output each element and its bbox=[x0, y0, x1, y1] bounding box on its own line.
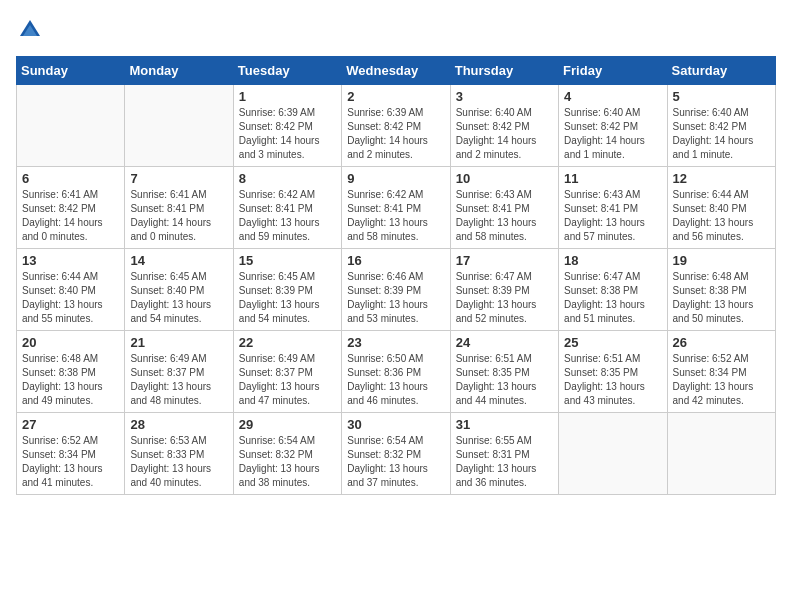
calendar-cell: 4Sunrise: 6:40 AMSunset: 8:42 PMDaylight… bbox=[559, 85, 667, 167]
week-row: 13Sunrise: 6:44 AMSunset: 8:40 PMDayligh… bbox=[17, 249, 776, 331]
calendar-cell: 30Sunrise: 6:54 AMSunset: 8:32 PMDayligh… bbox=[342, 413, 450, 495]
week-row: 6Sunrise: 6:41 AMSunset: 8:42 PMDaylight… bbox=[17, 167, 776, 249]
day-info: Sunrise: 6:44 AMSunset: 8:40 PMDaylight:… bbox=[22, 270, 119, 326]
day-number: 28 bbox=[130, 417, 227, 432]
day-info: Sunrise: 6:42 AMSunset: 8:41 PMDaylight:… bbox=[239, 188, 336, 244]
calendar-cell: 14Sunrise: 6:45 AMSunset: 8:40 PMDayligh… bbox=[125, 249, 233, 331]
day-number: 2 bbox=[347, 89, 444, 104]
day-info: Sunrise: 6:41 AMSunset: 8:41 PMDaylight:… bbox=[130, 188, 227, 244]
calendar-cell bbox=[125, 85, 233, 167]
calendar-cell: 11Sunrise: 6:43 AMSunset: 8:41 PMDayligh… bbox=[559, 167, 667, 249]
day-number: 11 bbox=[564, 171, 661, 186]
calendar-cell: 27Sunrise: 6:52 AMSunset: 8:34 PMDayligh… bbox=[17, 413, 125, 495]
day-number: 4 bbox=[564, 89, 661, 104]
day-of-week-header: Saturday bbox=[667, 57, 775, 85]
day-number: 6 bbox=[22, 171, 119, 186]
day-number: 22 bbox=[239, 335, 336, 350]
day-number: 17 bbox=[456, 253, 553, 268]
calendar-cell bbox=[667, 413, 775, 495]
day-info: Sunrise: 6:54 AMSunset: 8:32 PMDaylight:… bbox=[347, 434, 444, 490]
day-number: 5 bbox=[673, 89, 770, 104]
day-info: Sunrise: 6:55 AMSunset: 8:31 PMDaylight:… bbox=[456, 434, 553, 490]
calendar-cell: 5Sunrise: 6:40 AMSunset: 8:42 PMDaylight… bbox=[667, 85, 775, 167]
day-number: 16 bbox=[347, 253, 444, 268]
day-number: 30 bbox=[347, 417, 444, 432]
day-number: 13 bbox=[22, 253, 119, 268]
week-row: 20Sunrise: 6:48 AMSunset: 8:38 PMDayligh… bbox=[17, 331, 776, 413]
day-number: 8 bbox=[239, 171, 336, 186]
calendar-cell: 22Sunrise: 6:49 AMSunset: 8:37 PMDayligh… bbox=[233, 331, 341, 413]
day-number: 3 bbox=[456, 89, 553, 104]
calendar-cell: 9Sunrise: 6:42 AMSunset: 8:41 PMDaylight… bbox=[342, 167, 450, 249]
calendar-cell: 15Sunrise: 6:45 AMSunset: 8:39 PMDayligh… bbox=[233, 249, 341, 331]
calendar-cell: 29Sunrise: 6:54 AMSunset: 8:32 PMDayligh… bbox=[233, 413, 341, 495]
day-info: Sunrise: 6:49 AMSunset: 8:37 PMDaylight:… bbox=[130, 352, 227, 408]
calendar-cell: 3Sunrise: 6:40 AMSunset: 8:42 PMDaylight… bbox=[450, 85, 558, 167]
calendar-header-row: SundayMondayTuesdayWednesdayThursdayFrid… bbox=[17, 57, 776, 85]
day-number: 25 bbox=[564, 335, 661, 350]
day-info: Sunrise: 6:41 AMSunset: 8:42 PMDaylight:… bbox=[22, 188, 119, 244]
calendar-cell: 12Sunrise: 6:44 AMSunset: 8:40 PMDayligh… bbox=[667, 167, 775, 249]
calendar-cell: 18Sunrise: 6:47 AMSunset: 8:38 PMDayligh… bbox=[559, 249, 667, 331]
day-number: 12 bbox=[673, 171, 770, 186]
day-info: Sunrise: 6:54 AMSunset: 8:32 PMDaylight:… bbox=[239, 434, 336, 490]
day-info: Sunrise: 6:49 AMSunset: 8:37 PMDaylight:… bbox=[239, 352, 336, 408]
day-info: Sunrise: 6:52 AMSunset: 8:34 PMDaylight:… bbox=[22, 434, 119, 490]
calendar-table: SundayMondayTuesdayWednesdayThursdayFrid… bbox=[16, 56, 776, 495]
day-number: 27 bbox=[22, 417, 119, 432]
calendar-cell: 17Sunrise: 6:47 AMSunset: 8:39 PMDayligh… bbox=[450, 249, 558, 331]
calendar-cell: 7Sunrise: 6:41 AMSunset: 8:41 PMDaylight… bbox=[125, 167, 233, 249]
day-info: Sunrise: 6:43 AMSunset: 8:41 PMDaylight:… bbox=[456, 188, 553, 244]
day-of-week-header: Friday bbox=[559, 57, 667, 85]
calendar-cell: 19Sunrise: 6:48 AMSunset: 8:38 PMDayligh… bbox=[667, 249, 775, 331]
day-number: 26 bbox=[673, 335, 770, 350]
calendar-cell: 31Sunrise: 6:55 AMSunset: 8:31 PMDayligh… bbox=[450, 413, 558, 495]
day-info: Sunrise: 6:39 AMSunset: 8:42 PMDaylight:… bbox=[347, 106, 444, 162]
day-number: 24 bbox=[456, 335, 553, 350]
day-number: 20 bbox=[22, 335, 119, 350]
day-number: 14 bbox=[130, 253, 227, 268]
day-of-week-header: Tuesday bbox=[233, 57, 341, 85]
day-info: Sunrise: 6:46 AMSunset: 8:39 PMDaylight:… bbox=[347, 270, 444, 326]
logo bbox=[16, 16, 48, 44]
day-info: Sunrise: 6:40 AMSunset: 8:42 PMDaylight:… bbox=[673, 106, 770, 162]
calendar-cell: 26Sunrise: 6:52 AMSunset: 8:34 PMDayligh… bbox=[667, 331, 775, 413]
day-info: Sunrise: 6:40 AMSunset: 8:42 PMDaylight:… bbox=[456, 106, 553, 162]
day-number: 9 bbox=[347, 171, 444, 186]
day-number: 29 bbox=[239, 417, 336, 432]
day-info: Sunrise: 6:51 AMSunset: 8:35 PMDaylight:… bbox=[456, 352, 553, 408]
day-info: Sunrise: 6:50 AMSunset: 8:36 PMDaylight:… bbox=[347, 352, 444, 408]
day-info: Sunrise: 6:45 AMSunset: 8:39 PMDaylight:… bbox=[239, 270, 336, 326]
week-row: 27Sunrise: 6:52 AMSunset: 8:34 PMDayligh… bbox=[17, 413, 776, 495]
calendar-cell: 6Sunrise: 6:41 AMSunset: 8:42 PMDaylight… bbox=[17, 167, 125, 249]
day-info: Sunrise: 6:51 AMSunset: 8:35 PMDaylight:… bbox=[564, 352, 661, 408]
day-number: 7 bbox=[130, 171, 227, 186]
day-number: 15 bbox=[239, 253, 336, 268]
day-info: Sunrise: 6:53 AMSunset: 8:33 PMDaylight:… bbox=[130, 434, 227, 490]
day-info: Sunrise: 6:45 AMSunset: 8:40 PMDaylight:… bbox=[130, 270, 227, 326]
day-info: Sunrise: 6:43 AMSunset: 8:41 PMDaylight:… bbox=[564, 188, 661, 244]
calendar-cell bbox=[17, 85, 125, 167]
day-of-week-header: Monday bbox=[125, 57, 233, 85]
day-of-week-header: Sunday bbox=[17, 57, 125, 85]
day-info: Sunrise: 6:42 AMSunset: 8:41 PMDaylight:… bbox=[347, 188, 444, 244]
day-info: Sunrise: 6:47 AMSunset: 8:38 PMDaylight:… bbox=[564, 270, 661, 326]
calendar-cell bbox=[559, 413, 667, 495]
logo-icon bbox=[16, 16, 44, 44]
calendar-cell: 25Sunrise: 6:51 AMSunset: 8:35 PMDayligh… bbox=[559, 331, 667, 413]
calendar-cell: 2Sunrise: 6:39 AMSunset: 8:42 PMDaylight… bbox=[342, 85, 450, 167]
day-number: 31 bbox=[456, 417, 553, 432]
day-of-week-header: Thursday bbox=[450, 57, 558, 85]
calendar-cell: 16Sunrise: 6:46 AMSunset: 8:39 PMDayligh… bbox=[342, 249, 450, 331]
day-info: Sunrise: 6:48 AMSunset: 8:38 PMDaylight:… bbox=[673, 270, 770, 326]
day-info: Sunrise: 6:40 AMSunset: 8:42 PMDaylight:… bbox=[564, 106, 661, 162]
day-number: 18 bbox=[564, 253, 661, 268]
calendar-cell: 13Sunrise: 6:44 AMSunset: 8:40 PMDayligh… bbox=[17, 249, 125, 331]
day-number: 21 bbox=[130, 335, 227, 350]
calendar-cell: 8Sunrise: 6:42 AMSunset: 8:41 PMDaylight… bbox=[233, 167, 341, 249]
day-number: 1 bbox=[239, 89, 336, 104]
calendar-cell: 1Sunrise: 6:39 AMSunset: 8:42 PMDaylight… bbox=[233, 85, 341, 167]
day-number: 19 bbox=[673, 253, 770, 268]
day-number: 23 bbox=[347, 335, 444, 350]
day-info: Sunrise: 6:48 AMSunset: 8:38 PMDaylight:… bbox=[22, 352, 119, 408]
